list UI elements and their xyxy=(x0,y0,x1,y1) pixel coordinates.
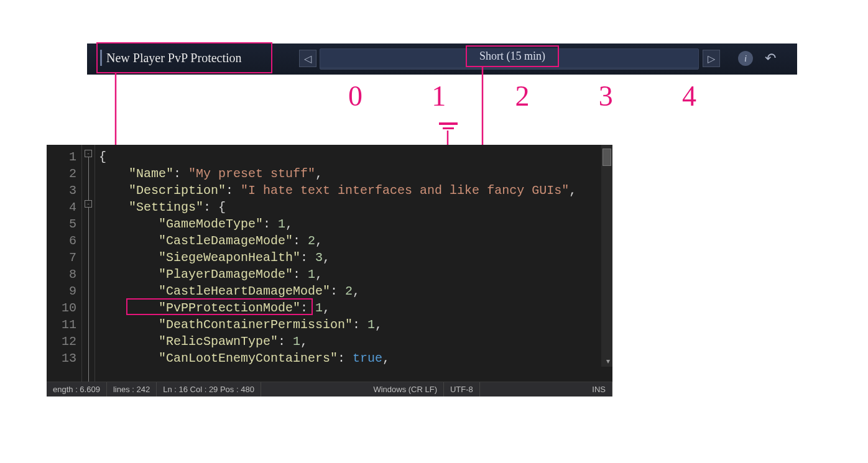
annotation-number: 1 xyxy=(432,80,446,117)
code-line: "Name": "My preset stuff", xyxy=(99,165,612,182)
annotation-number: 2 xyxy=(515,80,530,117)
scroll-thumb[interactable] xyxy=(603,149,611,166)
line-number: 9 xyxy=(47,283,76,300)
status-lines: lines : 242 xyxy=(107,382,157,397)
line-number: 4 xyxy=(47,199,76,216)
status-bar: ength : 6.609 lines : 242 Ln : 16 Col : … xyxy=(47,382,612,397)
code-editor: 12345678910111213 - - { "Name": "My pres… xyxy=(47,145,612,397)
annotation-number: 4 xyxy=(682,80,696,117)
chevron-right-icon: ▷ xyxy=(708,53,715,65)
info-button[interactable]: i xyxy=(738,51,753,66)
option-segment-4[interactable] xyxy=(622,49,698,69)
selected-index-marker xyxy=(439,122,458,129)
status-insert-mode: INS xyxy=(586,382,612,397)
code-line: "CastleHeartDamageMode": 2, xyxy=(99,283,612,300)
chevron-left-icon: ◁ xyxy=(304,53,312,65)
line-number: 11 xyxy=(47,316,76,333)
line-number: 2 xyxy=(47,165,76,182)
code-line: "RelicSpawnType": 1, xyxy=(99,333,612,350)
line-number: 13 xyxy=(47,350,76,367)
code-line: "Description": "I hate text interfaces a… xyxy=(99,182,612,199)
code-line: "Settings": { xyxy=(99,199,612,216)
code-line: "CanLootEnemyContainers": true, xyxy=(99,350,612,367)
annotation-number: 3 xyxy=(599,80,613,117)
option-segment-1[interactable] xyxy=(396,49,472,69)
status-length: ength : 6.609 xyxy=(47,382,107,397)
line-number: 3 xyxy=(47,182,76,199)
editor-body: 12345678910111213 - - { "Name": "My pres… xyxy=(47,145,612,382)
next-option-button[interactable]: ▷ xyxy=(703,50,720,67)
line-number: 7 xyxy=(47,249,76,266)
info-icon: i xyxy=(744,53,747,64)
status-encoding: UTF-8 xyxy=(444,382,480,397)
line-number-gutter: 12345678910111213 xyxy=(47,145,81,382)
code-line: "CastleDamageMode": 2, xyxy=(99,232,612,249)
code-line: "SiegeWeaponHealth": 3, xyxy=(99,249,612,266)
code-line: "DeathContainerPermission": 1, xyxy=(99,316,612,333)
code-line: { xyxy=(99,149,612,165)
line-number: 5 xyxy=(47,216,76,232)
undo-icon: ↶ xyxy=(765,50,776,66)
code-area[interactable]: { "Name": "My preset stuff", "Descriptio… xyxy=(95,145,612,382)
line-number: 1 xyxy=(47,149,76,165)
setting-label-box: New Player PvP Protection xyxy=(96,42,272,73)
option-value: Short (15 min) xyxy=(479,50,545,63)
annotation-number-row: 0 1 2 3 4 xyxy=(348,80,696,117)
annotation-number: 0 xyxy=(348,80,362,117)
line-number: 12 xyxy=(47,333,76,350)
line-number: 6 xyxy=(47,232,76,249)
line-number: 8 xyxy=(47,266,76,283)
line-number: 10 xyxy=(47,300,76,316)
setting-label: New Player PvP Protection xyxy=(106,51,242,65)
status-position: Ln : 16 Col : 29 Pos : 480 xyxy=(157,382,261,397)
fold-rail: - - xyxy=(81,145,95,382)
option-value-box: Short (15 min) xyxy=(466,45,559,67)
code-line: "GameModeType": 1, xyxy=(99,216,612,232)
status-eol: Windows (CR LF) xyxy=(367,382,444,397)
fold-toggle[interactable]: - xyxy=(85,150,92,157)
prev-option-button[interactable]: ◁ xyxy=(299,50,316,67)
scroll-down-icon: ▾ xyxy=(606,357,610,365)
fold-toggle[interactable]: - xyxy=(85,200,92,208)
vertical-scrollbar[interactable]: ▾ xyxy=(601,145,612,367)
code-line: "PlayerDamageMode": 1, xyxy=(99,266,612,283)
undo-button[interactable]: ↶ xyxy=(762,50,779,67)
code-line: "PvPProtectionMode": 1, xyxy=(99,300,612,316)
option-segment-0[interactable] xyxy=(320,49,396,69)
